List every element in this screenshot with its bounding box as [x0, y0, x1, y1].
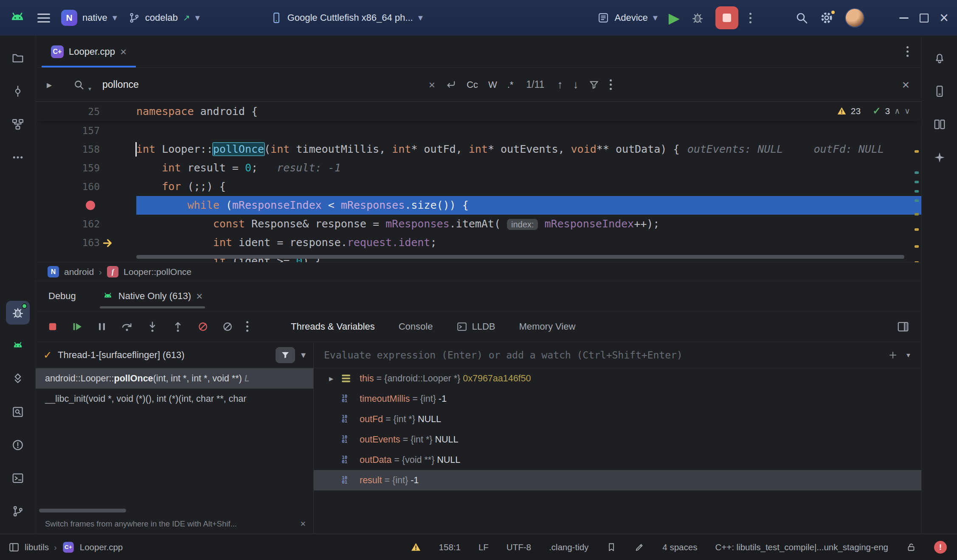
session-tab-close-icon[interactable]: ×	[196, 291, 203, 302]
breakpoint-icon[interactable]	[86, 201, 95, 210]
line-number[interactable]: 163	[36, 233, 136, 252]
terminal-tool-icon[interactable]	[6, 466, 30, 490]
expand-icon[interactable]: ▸	[329, 373, 342, 384]
previous-occurrence-icon[interactable]: ↑	[557, 78, 563, 91]
status-file[interactable]: Looper.cpp	[80, 542, 123, 552]
status-module[interactable]: libutils	[25, 542, 49, 552]
debug-title[interactable]: Debug	[48, 291, 76, 302]
running-devices-icon[interactable]	[928, 112, 951, 136]
hint-close-icon[interactable]: ×	[300, 519, 306, 529]
window-maximize-button[interactable]	[920, 14, 929, 22]
next-occurrence-icon[interactable]: ↓	[573, 78, 578, 91]
project-tool-icon[interactable]	[6, 46, 30, 70]
more-actions-icon[interactable]	[749, 13, 752, 23]
find-query[interactable]: pollonce	[102, 79, 139, 90]
vcs-branch-selector[interactable]: codelab ↗ ▾	[128, 12, 200, 24]
breakpoints-dialog-icon[interactable]	[222, 321, 234, 333]
layout-settings-icon[interactable]	[897, 320, 909, 333]
warnings-status-icon[interactable]	[411, 542, 421, 552]
settings-gear-icon[interactable]	[819, 11, 834, 25]
problems-tool-icon[interactable]	[6, 433, 30, 457]
tab-memory-view[interactable]: Memory View	[519, 321, 575, 332]
app-inspection-tool-icon[interactable]	[6, 400, 30, 424]
line-number[interactable]: 162	[36, 215, 136, 233]
tab-console[interactable]: Console	[399, 321, 433, 332]
step-over-icon[interactable]	[121, 320, 133, 333]
main-menu-icon[interactable]	[37, 14, 50, 22]
mute-breakpoints-icon[interactable]	[197, 321, 209, 333]
commit-tool-icon[interactable]	[6, 79, 30, 103]
debug-button[interactable]	[691, 11, 704, 25]
find-options-icon[interactable]	[610, 79, 612, 90]
variable-row[interactable]: 1001 outEvents = {int *} NULL	[314, 429, 921, 450]
variable-row[interactable]: 1001 outData = {void **} NULL	[314, 450, 921, 470]
tab-close-icon[interactable]: ×	[120, 46, 127, 57]
frames-horizontal-scrollbar[interactable]	[39, 509, 126, 512]
structure-tool-icon[interactable]	[6, 112, 30, 136]
device-manager-tool-icon[interactable]	[6, 334, 30, 358]
debug-tool-icon[interactable]	[6, 301, 30, 325]
lock-icon[interactable]	[906, 542, 916, 552]
newline-icon[interactable]	[445, 79, 456, 90]
gemini-icon[interactable]	[928, 146, 951, 169]
stop-button[interactable]	[715, 6, 738, 29]
prev-problem-icon[interactable]: ∧	[894, 106, 900, 116]
tab-threads-variables[interactable]: Threads & Variables	[291, 321, 375, 332]
variable-row[interactable]: 1001 outFd = {int *} NULL	[314, 409, 921, 429]
stack-frame-row[interactable]: android::Looper::pollOnce(int, int *, in…	[36, 368, 313, 389]
pause-program-icon[interactable]	[96, 321, 108, 333]
window-close-button[interactable]: ×	[940, 10, 949, 25]
more-tool-windows-icon[interactable]	[6, 146, 30, 169]
device-selector[interactable]: Google Cuttlefish x86_64 ph... ▾	[270, 12, 423, 24]
tab-lldb[interactable]: LLDB	[456, 321, 495, 332]
regex-toggle[interactable]: .*	[507, 79, 514, 90]
resume-program-icon[interactable]	[71, 321, 83, 333]
fatal-error-icon[interactable]: !	[934, 541, 947, 554]
variable-row[interactable]: 1001 timeoutMillis = {int} -1	[314, 389, 921, 409]
filter-search-icon[interactable]	[588, 79, 600, 90]
thread-dropdown-icon[interactable]: ▾	[301, 350, 306, 360]
file-encoding[interactable]: UTF-8	[507, 542, 531, 552]
breadcrumb-namespace[interactable]: android	[64, 267, 94, 277]
line-number[interactable]: 157	[36, 121, 136, 140]
search-everywhere-icon[interactable]	[795, 11, 808, 25]
line-number[interactable]: 160	[36, 177, 136, 196]
app-quality-insights-tool-icon[interactable]	[6, 367, 30, 391]
tab-options-icon[interactable]	[906, 46, 909, 57]
thread-selector[interactable]: ✓ Thread-1-[surfaceflinger] (613) ▾	[36, 342, 313, 368]
debug-more-options-icon[interactable]	[246, 321, 248, 332]
hide-frames-filter-button[interactable]	[276, 347, 295, 363]
inspections-widget[interactable]: 23 ✓ 3 ∧ ∨	[837, 105, 910, 117]
user-avatar[interactable]	[845, 8, 864, 28]
editor-horizontal-scrollbar[interactable]	[136, 255, 904, 259]
clang-tidy[interactable]: .clang-tidy	[549, 542, 588, 552]
search-history-icon[interactable]: ▾	[88, 86, 91, 92]
match-case-toggle[interactable]: Cc	[467, 79, 478, 90]
find-close-icon[interactable]: ×	[902, 78, 909, 92]
evaluate-expand-icon[interactable]: ▾	[906, 350, 911, 360]
run-button[interactable]: ▶	[669, 9, 680, 26]
toolchain[interactable]: C++: libutils_test_compile|...unk_stagin…	[715, 542, 888, 552]
debug-session-tab[interactable]: Native Only (613) ×	[100, 281, 205, 311]
step-into-icon[interactable]	[146, 320, 159, 333]
add-watch-icon[interactable]	[888, 350, 898, 360]
tab-looper-cpp[interactable]: C+ Looper.cpp ×	[42, 36, 136, 67]
variable-row[interactable]: ▸ this = {android::Looper *} 0x7967aa146…	[314, 368, 921, 389]
bookmark-icon[interactable]	[606, 542, 616, 552]
line-number[interactable]: 159	[36, 159, 136, 177]
variable-row-selected[interactable]: 1001 result = {int} -1	[314, 470, 921, 490]
notifications-icon[interactable]	[928, 46, 951, 70]
error-stripe[interactable]	[915, 125, 919, 260]
version-control-tool-icon[interactable]	[6, 499, 30, 523]
stop-process-icon[interactable]	[47, 321, 59, 333]
find-clear-icon[interactable]: ×	[429, 79, 435, 90]
next-problem-icon[interactable]: ∨	[904, 106, 910, 116]
stack-frame-row[interactable]: __libc_init(void *, void (*)(), int (*)(…	[36, 389, 313, 409]
line-number[interactable]: 158	[36, 140, 136, 159]
device-explorer-icon[interactable]	[928, 79, 951, 103]
evaluate-expression-input[interactable]: Evaluate expression (Enter) or add a wat…	[314, 342, 921, 368]
line-separator[interactable]: LF	[478, 542, 489, 552]
breadcrumb-function[interactable]: Looper::pollOnce	[124, 267, 191, 277]
breakpoint-gutter[interactable]	[36, 196, 136, 215]
tool-window-panels-icon[interactable]	[8, 542, 20, 553]
